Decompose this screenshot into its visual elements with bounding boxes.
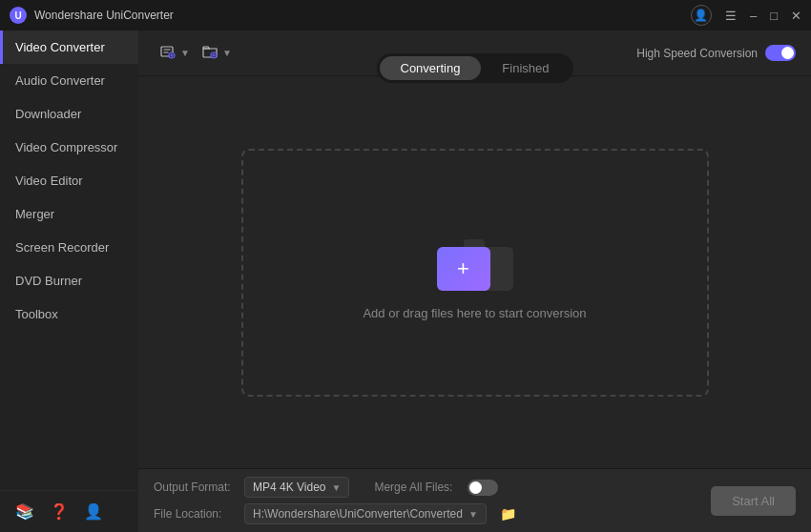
sidebar-item-video-editor[interactable]: Video Editor xyxy=(0,164,138,197)
menu-button[interactable]: ☰ xyxy=(725,10,737,22)
help-icon[interactable]: ❓ xyxy=(50,502,69,521)
titlebar-controls: 👤 ☰ – □ ✕ xyxy=(691,5,801,26)
folder-icon-wrapper: + xyxy=(437,224,513,291)
drop-zone-text: Add or drag files here to start conversi… xyxy=(363,306,586,320)
tab-bar: Converting Finished xyxy=(376,53,572,83)
file-location-value: H:\Wondershare\UniConverter\Converted xyxy=(253,507,463,521)
svg-text:U: U xyxy=(14,10,21,21)
folder-plus-icon: + xyxy=(457,258,469,279)
sidebar-item-screen-recorder[interactable]: Screen Recorder xyxy=(0,231,138,264)
merge-files-toggle[interactable] xyxy=(468,480,498,496)
bottom-row: Output Format: MP4 4K Video ▼ Merge All … xyxy=(154,477,696,524)
sidebar-item-merger[interactable]: Merger xyxy=(0,197,138,231)
maximize-button[interactable]: □ xyxy=(770,10,778,22)
titlebar: U Wondershare UniConverter 👤 ☰ – □ ✕ xyxy=(0,0,811,31)
sidebar-item-video-converter[interactable]: Video Converter xyxy=(0,31,138,64)
output-format-chevron: ▼ xyxy=(332,482,342,493)
add-folder-button[interactable]: ▼ xyxy=(196,39,238,68)
app-body: Video Converter Audio Converter Download… xyxy=(0,31,811,532)
drop-zone-area: + Add or drag files here to start conver… xyxy=(138,76,811,468)
add-files-icon xyxy=(159,43,177,64)
high-speed-label: High Speed Conversion xyxy=(636,47,758,60)
file-location-select[interactable]: H:\Wondershare\UniConverter\Converted ▼ xyxy=(244,503,487,524)
app-logo: U xyxy=(10,7,27,24)
sidebar-item-video-compressor[interactable]: Video Compressor xyxy=(0,131,138,164)
titlebar-left: U Wondershare UniConverter xyxy=(10,7,174,24)
output-format-value: MP4 4K Video xyxy=(253,481,326,494)
toolbar-inner: ▼ ▼ Convertin xyxy=(154,39,796,68)
start-all-button[interactable]: Start All xyxy=(711,486,796,516)
toolbar-right: High Speed Conversion xyxy=(636,45,796,61)
add-folder-icon xyxy=(201,43,218,64)
account-button[interactable]: 👤 xyxy=(691,5,712,26)
merge-all-label: Merge All Files: xyxy=(374,481,452,494)
sidebar-item-toolbox[interactable]: Toolbox xyxy=(0,297,138,331)
sidebar-item-audio-converter[interactable]: Audio Converter xyxy=(0,64,138,97)
main-content: ▼ ▼ Convertin xyxy=(138,31,811,532)
output-format-field: Output Format: MP4 4K Video ▼ Merge All … xyxy=(154,477,696,498)
sidebar-bottom: 📚 ❓ 👤 xyxy=(0,490,138,532)
tab-converting[interactable]: Converting xyxy=(379,56,481,80)
output-format-select[interactable]: MP4 4K Video ▼ xyxy=(244,477,349,498)
close-button[interactable]: ✕ xyxy=(791,10,801,22)
account-icon: 👤 xyxy=(694,9,708,22)
sidebar-item-dvd-burner[interactable]: DVD Burner xyxy=(0,264,138,297)
file-location-label: File Location: xyxy=(154,507,235,521)
file-location-field: File Location: H:\Wondershare\UniConvert… xyxy=(154,503,696,524)
add-folder-chevron: ▼ xyxy=(222,48,232,58)
bottom-bar: Output Format: MP4 4K Video ▼ Merge All … xyxy=(138,468,811,532)
add-files-button[interactable]: ▼ xyxy=(154,39,196,68)
sidebar-item-downloader[interactable]: Downloader xyxy=(0,97,138,131)
minimize-button[interactable]: – xyxy=(750,10,757,22)
high-speed-toggle[interactable] xyxy=(765,45,796,61)
drop-zone[interactable]: + Add or drag files here to start conver… xyxy=(241,149,709,397)
add-files-chevron: ▼ xyxy=(180,48,190,58)
tab-finished[interactable]: Finished xyxy=(481,56,570,80)
file-location-chevron: ▼ xyxy=(468,509,478,520)
folder-open-icon[interactable]: 📁 xyxy=(500,506,516,522)
book-icon[interactable]: 📚 xyxy=(15,502,34,521)
merge-toggle-knob xyxy=(469,481,482,494)
user-icon[interactable]: 👤 xyxy=(84,502,103,521)
output-format-label: Output Format: xyxy=(154,481,235,494)
folder-front: + xyxy=(437,247,490,291)
app-title: Wondershare UniConverter xyxy=(34,9,174,22)
sidebar: Video Converter Audio Converter Download… xyxy=(0,31,138,532)
toolbar: ▼ ▼ Convertin xyxy=(138,31,811,76)
toggle-knob xyxy=(781,47,794,59)
